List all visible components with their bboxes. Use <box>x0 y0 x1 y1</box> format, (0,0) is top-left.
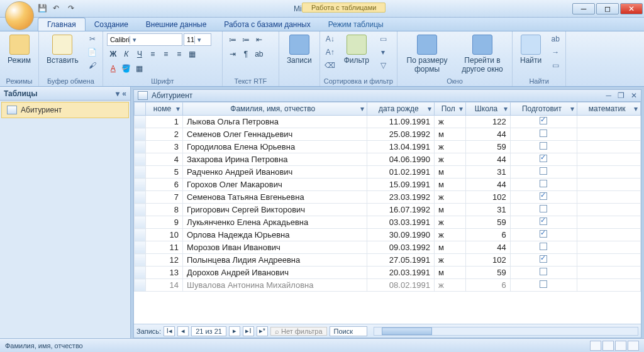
cell-prep[interactable] <box>510 204 577 216</box>
cell-prep[interactable] <box>510 179 577 191</box>
undo-icon[interactable]: ↶ <box>53 4 63 14</box>
cell-fio[interactable]: Шувалова Антонина Михайловна <box>182 279 367 292</box>
cell-math[interactable] <box>577 166 641 179</box>
cell-school[interactable]: 44 <box>466 241 510 254</box>
cell-dob[interactable]: 13.04.1991 <box>367 141 434 153</box>
cell-dob[interactable]: 09.03.1992 <box>367 241 434 254</box>
cell-prep[interactable] <box>510 166 577 179</box>
view-pivot-button[interactable] <box>602 341 614 351</box>
cell-prep[interactable] <box>510 116 577 128</box>
row-selector[interactable] <box>135 279 146 292</box>
font-family-combo[interactable]: Calibri▾ <box>107 33 182 46</box>
fill-color-icon[interactable]: 🪣 <box>120 62 133 75</box>
cell-sex[interactable]: ж <box>434 191 466 204</box>
cell-math[interactable] <box>577 229 641 241</box>
cell-math[interactable] <box>577 267 641 279</box>
cell-school[interactable]: 44 <box>466 153 510 166</box>
goto-icon[interactable]: → <box>549 47 562 58</box>
cell-school[interactable]: 31 <box>466 166 510 179</box>
cell-math[interactable] <box>577 254 641 267</box>
office-button[interactable] <box>5 1 34 30</box>
view-design-button[interactable] <box>628 341 639 351</box>
view-datasheet-button[interactable] <box>590 341 601 351</box>
cell-number[interactable]: 4 <box>146 153 183 166</box>
row-selector[interactable] <box>135 141 146 153</box>
nav-item-table[interactable]: Абитуриент <box>1 102 129 118</box>
cell-fio[interactable]: Семенова Татьяна Евгеньевна <box>182 191 367 204</box>
tab-home[interactable]: Главная <box>38 18 86 31</box>
copy-icon[interactable]: 📄 <box>86 47 99 58</box>
row-selector[interactable] <box>135 116 146 128</box>
minimize-button[interactable]: ─ <box>572 3 595 14</box>
cell-number[interactable]: 10 <box>146 229 183 241</box>
cell-math[interactable] <box>577 204 641 216</box>
cell-sex[interactable]: м <box>434 166 466 179</box>
cell-dob[interactable]: 20.03.1991 <box>367 267 434 279</box>
record-position[interactable]: 21 из 21 <box>191 326 226 336</box>
cell-number[interactable]: 13 <box>146 267 183 279</box>
doc-restore-icon[interactable]: ❐ <box>618 91 625 100</box>
sort-asc-icon[interactable]: A↓ <box>324 33 336 45</box>
cell-fio[interactable]: Горохов Олег Макарович <box>182 179 367 191</box>
cell-prep[interactable] <box>510 153 577 166</box>
select-all-corner[interactable] <box>135 102 146 116</box>
find-button[interactable]: Найти <box>516 33 545 66</box>
cell-math[interactable] <box>577 241 641 254</box>
align-center-icon[interactable]: ≡ <box>160 48 172 60</box>
cell-fio[interactable]: Захарова Ирина Петровна <box>182 153 367 166</box>
selection-icon[interactable]: ▭ <box>377 33 389 45</box>
next-record-button[interactable]: ▸ <box>229 326 240 336</box>
column-header[interactable]: дата рожде▾ <box>367 102 434 116</box>
tab-dbtools[interactable]: Работа с базами данных <box>215 18 319 31</box>
cell-number[interactable]: 11 <box>146 241 183 254</box>
cell-fio[interactable]: Григорович Сергей Викторович <box>182 204 367 216</box>
advanced-icon[interactable]: ▾ <box>377 47 389 58</box>
view-button[interactable]: Режим <box>4 33 35 66</box>
indent-right-icon[interactable]: ⇥ <box>226 48 239 60</box>
cell-number[interactable]: 12 <box>146 254 183 267</box>
row-selector[interactable] <box>135 229 146 241</box>
cell-math[interactable] <box>577 279 641 292</box>
font-color-icon[interactable]: A <box>107 62 119 75</box>
cell-sex[interactable]: м <box>434 179 466 191</box>
column-header[interactable]: Фамилия, имя, отчество▾ <box>182 102 367 116</box>
cell-sex[interactable]: ж <box>434 116 466 128</box>
fit-form-button[interactable]: По размеру формы <box>401 33 453 75</box>
redo-icon[interactable]: ↷ <box>68 4 78 14</box>
numbered-list-icon[interactable]: ≔ <box>240 33 252 46</box>
row-selector[interactable] <box>135 254 146 267</box>
row-selector[interactable] <box>135 191 146 204</box>
cell-math[interactable] <box>577 116 641 128</box>
maximize-button[interactable]: ◻ <box>596 3 619 14</box>
replace-icon[interactable]: ab <box>549 33 562 45</box>
data-table[interactable]: номе▾Фамилия, имя, отчество▾дата рожде▾П… <box>134 102 641 292</box>
tab-create[interactable]: Создание <box>86 18 137 31</box>
cell-school[interactable]: 31 <box>466 204 510 216</box>
column-header[interactable]: Подготовит▾ <box>510 102 577 116</box>
cell-sex[interactable]: ж <box>434 279 466 292</box>
select-icon[interactable]: ▭ <box>549 60 562 71</box>
cell-math[interactable] <box>577 128 641 141</box>
cell-sex[interactable]: м <box>434 128 466 141</box>
first-record-button[interactable]: I◂ <box>164 326 175 336</box>
cell-dob[interactable]: 23.03.1992 <box>367 191 434 204</box>
cell-math[interactable] <box>577 141 641 153</box>
gridlines-icon[interactable]: ▦ <box>186 48 199 60</box>
cell-prep[interactable] <box>510 128 577 141</box>
cell-school[interactable]: 6 <box>466 229 510 241</box>
column-header[interactable]: Пол▾ <box>434 102 466 116</box>
cell-prep[interactable] <box>510 191 577 204</box>
doc-close-icon[interactable]: ✕ <box>631 91 637 100</box>
doc-minimize-icon[interactable]: ─ <box>606 91 611 100</box>
row-selector[interactable] <box>135 216 146 229</box>
format-painter-icon[interactable]: 🖌 <box>86 60 99 71</box>
close-button[interactable]: ✕ <box>620 3 643 14</box>
cell-number[interactable]: 2 <box>146 128 183 141</box>
cell-school[interactable]: 102 <box>466 254 510 267</box>
search-box[interactable]: Поиск <box>330 326 367 336</box>
cell-prep[interactable] <box>510 241 577 254</box>
cell-sex[interactable]: ж <box>434 216 466 229</box>
cell-number[interactable]: 3 <box>146 141 183 153</box>
cell-dob[interactable]: 27.05.1991 <box>367 254 434 267</box>
sort-desc-icon[interactable]: A↑ <box>324 47 336 58</box>
